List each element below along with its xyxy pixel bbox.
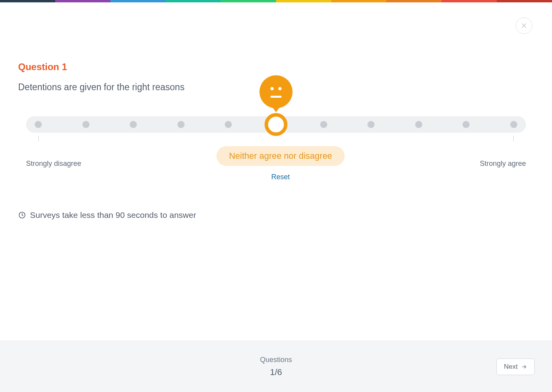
next-button-label: Next [504,363,518,371]
slider-step[interactable] [320,121,327,128]
close-button[interactable] [516,17,532,34]
slider-step[interactable] [177,121,185,128]
next-button[interactable]: Next [496,359,535,375]
likert-slider: Strongly disagree Neither agree nor disa… [26,116,526,181]
footer-label: Questions [260,356,292,364]
slider-handle[interactable] [265,113,287,136]
slider-step[interactable] [82,121,90,128]
survey-footer: Questions 1/6 Next [0,341,552,392]
slider-value-pill: Neither agree nor disagree [216,146,345,166]
slider-max-label: Strongly agree [480,160,526,168]
survey-content: Question 1 Detentions are given for the … [0,2,552,220]
question-counter: 1/6 [260,367,292,377]
slider-step[interactable] [415,121,422,128]
reset-link[interactable]: Reset [271,173,290,181]
question-number: Question 1 [18,61,534,72]
slider-step[interactable] [462,121,470,128]
rainbow-topbar [0,0,552,2]
close-icon [521,22,527,29]
slider-step[interactable] [367,121,375,128]
slider-step[interactable] [225,121,232,128]
slider-step[interactable] [510,121,517,128]
slider-step[interactable] [130,121,137,128]
survey-hint: Surveys take less than 90 seconds to ans… [18,210,534,220]
slider-ticks [26,136,526,144]
slider-track[interactable] [26,116,526,133]
clock-icon [18,211,26,219]
slider-min-label: Strongly disagree [26,160,81,168]
neutral-face-icon [259,75,293,108]
arrow-right-icon [521,364,527,370]
slider-step[interactable] [35,121,42,128]
hint-text: Surveys take less than 90 seconds to ans… [30,210,196,220]
